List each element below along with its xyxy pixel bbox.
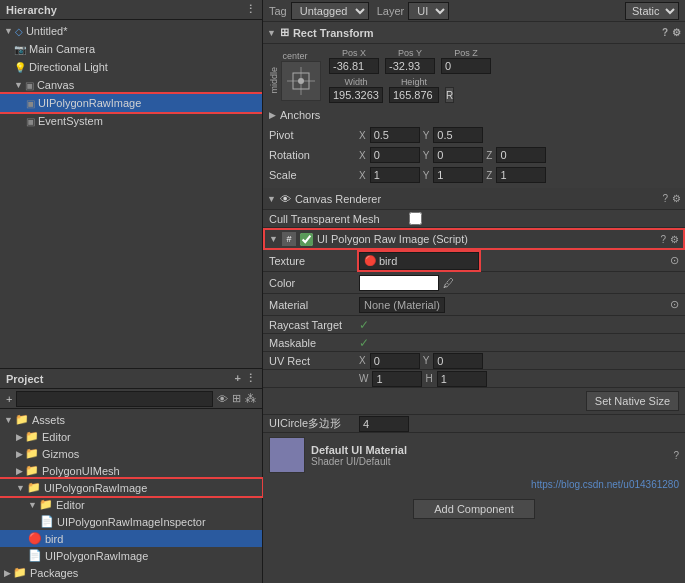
color-picker-icon[interactable]: 🖊: [443, 277, 454, 289]
canvas-renderer-arrow: ▼: [267, 194, 276, 204]
light-icon: 💡: [14, 62, 26, 73]
pos-y-value[interactable]: -32.93: [385, 58, 435, 74]
texture-select-icon[interactable]: ⊙: [670, 254, 679, 267]
canvas-renderer-settings-icon[interactable]: ⚙: [672, 193, 681, 204]
project-eye-icon[interactable]: 👁: [217, 393, 228, 405]
rect-transform-title: Rect Transform: [293, 27, 374, 39]
color-preview[interactable]: [359, 275, 439, 291]
project-item-editor2[interactable]: ▼ 📁 Editor: [0, 496, 262, 513]
pivot-x-value[interactable]: 0.5: [370, 127, 420, 143]
canvas-renderer-help-icon[interactable]: ?: [662, 193, 668, 204]
script-component-header: ▼ # UI Polygon Raw Image (Script) ? ⚙: [263, 228, 685, 250]
rotation-row: Rotation X 0 Y 0 Z 0: [269, 146, 679, 164]
anchors-row: ▶ Anchors: [269, 106, 679, 124]
add-component-button[interactable]: Add Component: [413, 499, 535, 519]
project-assets-root[interactable]: ▼ 📁 Assets: [0, 411, 262, 428]
static-select[interactable]: Static: [625, 2, 679, 20]
material-value[interactable]: None (Material): [359, 297, 445, 313]
pos-z-group: Pos Z 0: [441, 48, 491, 74]
ui-polygon-folder-arrow: ▼: [16, 483, 25, 493]
static-label: Static: [625, 2, 679, 20]
material-preview: [269, 437, 305, 473]
hierarchy-menu-icon[interactable]: ⋮: [245, 3, 256, 16]
width-value[interactable]: 195.3263: [329, 87, 383, 103]
hierarchy-item-canvas[interactable]: ▼ ▣ Canvas: [0, 76, 262, 94]
material-select-icon[interactable]: ⊙: [670, 298, 679, 311]
ui-circle-row: UICircle多边形 4: [263, 415, 685, 433]
rect-settings-icon[interactable]: ⚙: [672, 27, 681, 38]
editor-folder-icon: 📁: [25, 430, 39, 443]
rotation-group: X 0 Y 0 Z 0: [359, 147, 546, 163]
tag-select[interactable]: Untagged: [291, 2, 369, 20]
script-settings-icon[interactable]: ⚙: [670, 234, 679, 245]
pos-x-value[interactable]: -36.81: [329, 58, 379, 74]
rect-transform-header: ▼ ⊞ Rect Transform ? ⚙: [263, 22, 685, 44]
scale-label: Scale: [269, 169, 359, 181]
project-item-ui-polygon-folder[interactable]: ▼ 📁 UIPolygonRawImage: [0, 479, 262, 496]
rotation-label: Rotation: [269, 149, 359, 161]
pos-y-label: Pos Y: [398, 48, 422, 58]
project-search-input[interactable]: [16, 391, 213, 407]
project-item-gizmos[interactable]: ▶ 📁 Gizmos: [0, 445, 262, 462]
scale-z-label: Z: [486, 170, 492, 181]
hierarchy-event-system-label: EventSystem: [38, 115, 103, 127]
hierarchy-item-main-camera[interactable]: 📷 Main Camera: [0, 40, 262, 58]
ui-img-icon: ▣: [26, 98, 35, 109]
height-label: Height: [401, 77, 427, 87]
project-item-ui-polygon-asset[interactable]: 📄 UIPolygonRawImage: [0, 547, 262, 564]
project-item-packages[interactable]: ▶ 📁 Packages: [0, 564, 262, 581]
center-label: center: [282, 51, 307, 61]
set-native-button[interactable]: Set Native Size: [586, 391, 679, 411]
project-header: Project + ⋮: [0, 369, 262, 389]
pivot-group: X 0.5 Y 0.5: [359, 127, 483, 143]
scene-root[interactable]: ▼ ◇ Untitled*: [0, 22, 262, 40]
project-plus-btn[interactable]: +: [6, 393, 12, 405]
script-enabled-checkbox[interactable]: [300, 233, 313, 246]
project-col-icon[interactable]: ⁂: [245, 392, 256, 405]
layer-select[interactable]: UI: [408, 2, 449, 20]
rot-z-value[interactable]: 0: [496, 147, 546, 163]
material-help-icon[interactable]: ?: [673, 450, 679, 461]
scene-icon: ◇: [15, 26, 23, 37]
hierarchy-title: Hierarchy: [6, 4, 57, 16]
scale-z-value[interactable]: 1: [496, 167, 546, 183]
uv-rect-label: UV Rect: [269, 355, 359, 367]
uv-h-value[interactable]: 1: [437, 371, 487, 387]
project-item-editor[interactable]: ▶ 📁 Editor: [0, 428, 262, 445]
scene-arrow: ▼: [4, 26, 13, 36]
anchor-icon[interactable]: [281, 61, 321, 101]
hierarchy-canvas-label: Canvas: [37, 79, 74, 91]
uv-w-value[interactable]: 1: [372, 371, 422, 387]
project-menu-icon[interactable]: ⋮: [245, 372, 256, 385]
project-filter-icon[interactable]: ⊞: [232, 392, 241, 405]
canvas-icon: ▣: [25, 80, 34, 91]
cull-checkbox[interactable]: [409, 212, 422, 225]
project-item-bird[interactable]: 🔴 bird: [0, 530, 262, 547]
project-item-inspector-script[interactable]: 📄 UIPolygonRawImageInspector: [0, 513, 262, 530]
uv-x-value[interactable]: 0: [370, 353, 420, 369]
ui-polygon-folder-label: UIPolygonRawImage: [44, 482, 147, 494]
hierarchy-item-event-system[interactable]: ▣ EventSystem: [0, 112, 262, 130]
gizmos-arrow: ▶: [16, 449, 23, 459]
scale-y-value[interactable]: 1: [433, 167, 483, 183]
project-header-icons: + ⋮: [235, 372, 256, 385]
height-value[interactable]: 165.876: [389, 87, 439, 103]
texture-field[interactable]: 🔴 bird: [359, 252, 479, 270]
r-button[interactable]: R: [445, 87, 454, 103]
hierarchy-item-directional-light[interactable]: 💡 Directional Light: [0, 58, 262, 76]
pivot-y-value[interactable]: 0.5: [433, 127, 483, 143]
bird-icon: 🔴: [28, 532, 42, 545]
script-help-icon[interactable]: ?: [660, 234, 666, 245]
rot-y-value[interactable]: 0: [433, 147, 483, 163]
project-add-icon[interactable]: +: [235, 372, 241, 385]
rot-x-value[interactable]: 0: [370, 147, 420, 163]
hierarchy-item-ui-polygon-raw-image[interactable]: ▣ UIPolygonRawImage: [0, 94, 262, 112]
uv-y-value[interactable]: 0: [433, 353, 483, 369]
scale-x-value[interactable]: 1: [370, 167, 420, 183]
material-info: Default UI Material Shader UI/Default: [311, 444, 667, 467]
rect-help-icon[interactable]: ?: [662, 27, 668, 38]
project-item-polygon-ui-mesh[interactable]: ▶ 📁 PolygonUIMesh: [0, 462, 262, 479]
ui-circle-value[interactable]: 4: [359, 416, 409, 432]
pos-z-value[interactable]: 0: [441, 58, 491, 74]
material-name: Default UI Material: [311, 444, 667, 456]
